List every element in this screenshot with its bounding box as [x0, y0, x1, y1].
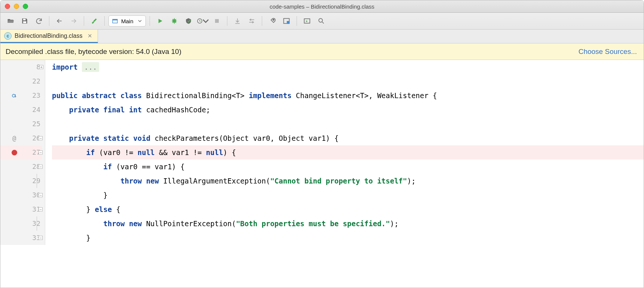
toolbar-separator [150, 16, 150, 26]
code-area[interactable]: import ... public abstract class Bidirec… [45, 60, 644, 245]
override-icon[interactable] [12, 93, 17, 98]
svg-rect-6 [215, 19, 219, 23]
class-file-icon: c [4, 32, 12, 40]
toolbar-separator [104, 16, 105, 26]
debug-button[interactable] [168, 15, 181, 27]
stop-button[interactable] [211, 15, 223, 27]
line-number: 23 [25, 88, 40, 103]
editor-tab-bar: c BidirectionalBinding.class ✕ [0, 30, 644, 43]
line-number: 30 [25, 188, 40, 202]
line-number: 22 [25, 74, 40, 88]
refresh-button[interactable] [33, 15, 45, 27]
toolbar-separator [297, 16, 297, 26]
svg-rect-9 [286, 21, 289, 24]
notice-text: Decompiled .class file, bytecode version… [6, 48, 181, 56]
line-number: 24 [25, 103, 40, 117]
editor-gutter[interactable]: 8+ 22 23 24 25 @26− 27− 28− 29 30− 31− 3… [0, 60, 45, 245]
fold-end-icon[interactable]: − [39, 193, 43, 197]
code-editor[interactable]: 8+ 22 23 24 25 @26− 27− 28− 29 30− 31− 3… [0, 60, 644, 245]
project-structure-button[interactable] [280, 15, 293, 27]
settings-button[interactable] [266, 15, 279, 27]
fold-expand-icon[interactable]: + [39, 65, 43, 69]
fold-collapse-icon[interactable]: − [39, 165, 43, 169]
svg-rect-1 [23, 21, 26, 23]
line-number: 31 [25, 202, 40, 216]
toolbar-separator [262, 16, 262, 26]
profile-button[interactable] [196, 15, 209, 27]
line-number: 28 [25, 160, 40, 174]
toolbar-separator [227, 16, 227, 26]
decompiled-notice-bar: Decompiled .class file, bytecode version… [0, 43, 644, 60]
fold-end-icon[interactable]: − [39, 236, 43, 240]
tab-label: BidirectionalBinding.class [15, 33, 82, 39]
search-everywhere-button[interactable] [315, 15, 328, 27]
line-number: 25 [25, 117, 40, 131]
editor-tab-active[interactable]: c BidirectionalBinding.class ✕ [0, 30, 98, 43]
annotation-icon[interactable]: @ [12, 131, 16, 145]
run-anything-button[interactable] [301, 15, 313, 27]
traffic-lights [5, 4, 28, 9]
save-button[interactable] [18, 15, 31, 27]
fold-collapse-icon[interactable]: − [39, 207, 43, 212]
chevron-down-icon [138, 19, 142, 23]
line-number: 8 [25, 60, 40, 74]
line-number: 27 [25, 145, 40, 160]
nav-back-button[interactable] [53, 15, 66, 27]
window-maximize-button[interactable] [23, 4, 28, 9]
line-number: 26 [25, 131, 40, 145]
coverage-button[interactable] [182, 15, 195, 27]
window-minimize-button[interactable] [14, 4, 19, 9]
line-number: 33 [25, 231, 40, 245]
fold-collapse-icon[interactable]: − [39, 151, 43, 155]
fold-collapse-icon[interactable]: − [39, 136, 43, 140]
toolbar-separator [49, 16, 49, 26]
choose-sources-link[interactable]: Choose Sources... [579, 48, 637, 56]
svg-rect-0 [23, 19, 26, 20]
window-close-button[interactable] [5, 4, 10, 9]
run-button[interactable] [154, 15, 166, 27]
vcs-update-button[interactable] [231, 15, 244, 27]
build-button[interactable] [88, 15, 101, 27]
run-config-label: Main [121, 18, 134, 24]
vcs-commit-button[interactable] [245, 15, 258, 27]
window-titlebar: code-samples – BidirectionalBinding.clas… [0, 0, 644, 13]
open-button[interactable] [4, 15, 17, 27]
breakpoint-icon[interactable] [12, 150, 17, 155]
tab-close-button[interactable]: ✕ [88, 33, 92, 39]
svg-rect-3 [113, 19, 117, 20]
main-toolbar: Main [0, 13, 644, 30]
toolbar-separator [84, 16, 84, 26]
nav-forward-button[interactable] [67, 15, 80, 27]
folded-region[interactable]: ... [82, 62, 99, 72]
run-config-selector[interactable]: Main [108, 15, 146, 27]
svg-point-11 [319, 18, 322, 22]
window-title: code-samples – BidirectionalBinding.clas… [0, 3, 644, 10]
svg-point-7 [273, 19, 274, 20]
